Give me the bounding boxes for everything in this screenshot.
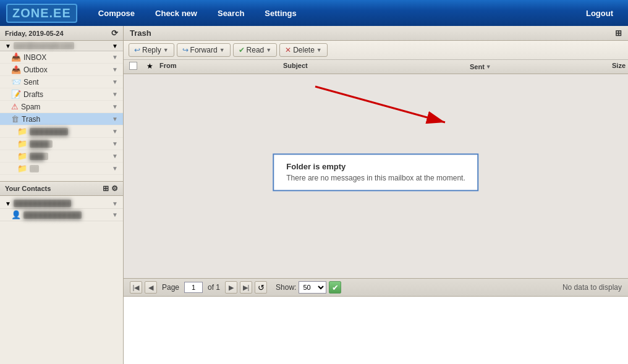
main-layout: Friday, 2019-05-24 ⟳ ▼ user@example.com … <box>0 26 628 364</box>
read-button[interactable]: ✔ Read ▼ <box>233 43 278 57</box>
of-label: of 1 <box>208 283 220 292</box>
delete-button[interactable]: ✕ Delete ▼ <box>279 43 328 57</box>
forward-icon: ↪ <box>182 46 189 54</box>
first-page-button[interactable]: |◀ <box>130 281 142 294</box>
th-from[interactable]: From <box>157 62 281 72</box>
subfolder2-icon: 📁 <box>17 139 27 148</box>
subfolder4-icon: 📁 <box>17 164 27 173</box>
group1-arrow: ▼ <box>112 200 118 207</box>
account-row[interactable]: ▼ user@example.com ▼ <box>0 41 123 51</box>
read-label: Read <box>247 46 265 54</box>
subfolder1-icon: 📁 <box>17 127 27 136</box>
forward-button[interactable]: ↪ Forward ▼ <box>177 43 231 57</box>
folder-drafts[interactable]: 📝 Drafts ▼ <box>0 88 123 101</box>
page-number-input[interactable] <box>184 282 203 293</box>
reply-dropdown-arrow[interactable]: ▼ <box>163 47 169 53</box>
next-page-button[interactable]: ▶ <box>225 281 237 294</box>
folder-inbox[interactable]: 📥 INBOX ▼ <box>0 51 123 64</box>
refresh-button[interactable]: ↺ <box>255 281 267 294</box>
th-sent[interactable]: Sent ▼ <box>467 62 579 72</box>
folder-trash[interactable]: 🗑 Trash ▼ <box>0 113 123 125</box>
folder-sent[interactable]: 📨 Sent ▼ <box>0 76 123 88</box>
folder-drafts-label: Drafts <box>23 90 43 99</box>
select-all-checkbox[interactable] <box>129 62 137 70</box>
sidebar-subfolder-1[interactable]: 📁 ████████ ▼ <box>0 125 123 138</box>
delete-dropdown-arrow[interactable]: ▼ <box>316 47 322 53</box>
no-data-text: No data to display <box>562 283 622 292</box>
folder-inbox-label: INBOX <box>23 53 46 62</box>
folder-trash-label: Trash <box>22 115 40 124</box>
show-label: Show: <box>276 283 296 292</box>
nav-check-new[interactable]: Check new <box>146 5 206 22</box>
preview-pane <box>124 296 628 364</box>
read-icon: ✔ <box>239 46 245 54</box>
folder-title: Trash <box>130 28 151 38</box>
reply-button[interactable]: ↩ Reply ▼ <box>129 43 174 57</box>
contact-item-1[interactable]: 👤 ████████████ ▼ <box>0 209 123 221</box>
folder-outbox[interactable]: 📤 Outbox ▼ <box>0 64 123 76</box>
nav-settings[interactable]: Settings <box>256 5 305 22</box>
sent-arrow: ▼ <box>112 78 118 85</box>
contacts-label: Your Contacts <box>5 185 51 192</box>
folder-outbox-label: Outbox <box>23 66 48 74</box>
spam-icon: ⚠ <box>11 102 19 111</box>
refresh-icon[interactable]: ⟳ <box>111 28 118 38</box>
sidebar-date: Friday, 2019-05-24 ⟳ <box>0 26 123 41</box>
outbox-icon: 📤 <box>11 65 21 74</box>
drafts-icon: 📝 <box>11 90 21 99</box>
sidebar-subfolder-2[interactable]: 📁 ████ · ▼ <box>0 138 123 150</box>
toolbar: ↩ Reply ▼ ↪ Forward ▼ ✔ Read ▼ ✕ Delete … <box>124 41 628 60</box>
top-navigation: ZONE.EE Compose Check new Search Setting… <box>0 0 628 26</box>
trash-arrow: ▼ <box>112 116 118 122</box>
contacts-grid-icon[interactable]: ⊞ <box>103 184 109 193</box>
th-sent-label: Sent <box>470 63 485 70</box>
inbox-icon: 📥 <box>11 53 21 62</box>
logo-text: ZONE <box>12 6 49 20</box>
contact-group-1[interactable]: ▼ ████████████ ▼ <box>0 198 123 209</box>
nav-items: Compose Check new Search Settings <box>90 5 577 22</box>
account-arrow: ▼ <box>112 43 118 49</box>
contact-icon: 👤 <box>11 210 21 219</box>
show-count-select[interactable]: 50 25 100 <box>299 281 326 294</box>
spam-arrow: ▼ <box>112 103 118 110</box>
logo-suffix: .EE <box>49 6 71 20</box>
content-header-icon[interactable]: ⊞ <box>615 28 622 38</box>
mail-list-area: Folder is empty There are no messages in… <box>124 74 628 278</box>
content-area: Trash ⊞ ↩ Reply ▼ ↪ Forward ▼ ✔ Read ▼ ✕ <box>124 26 628 364</box>
sort-icon: ▼ <box>486 64 491 70</box>
expand-icon: ▼ <box>5 43 11 49</box>
apply-button[interactable]: ✔ <box>329 281 341 294</box>
empty-notice: Folder is empty There are no messages in… <box>273 153 478 191</box>
empty-notice-text: There are no messages in this mailbox at… <box>286 174 465 182</box>
table-header: ★ From Subject Sent ▼ Size <box>124 60 628 74</box>
th-subject: Subject <box>281 62 467 72</box>
contacts-list: ▼ ████████████ ▼ 👤 ████████████ ▼ <box>0 196 123 224</box>
logout-button[interactable]: Logout <box>577 5 622 22</box>
contact-group-1-label: ████████████ <box>14 200 72 207</box>
svg-line-1 <box>315 87 445 122</box>
subfolder1-arrow: ▼ <box>112 128 118 135</box>
pagination: |◀ ◀ Page of 1 ▶ ▶| ↺ Show: 50 25 100 ✔ … <box>124 278 628 296</box>
reply-icon: ↩ <box>134 46 140 54</box>
subfolder4-label: ····· <box>30 165 39 172</box>
date-text: Friday, 2019-05-24 <box>5 30 64 37</box>
drafts-arrow: ▼ <box>112 91 118 98</box>
trash-icon: 🗑 <box>11 114 19 124</box>
forward-dropdown-arrow[interactable]: ▼ <box>219 47 225 53</box>
annotation-arrow <box>303 80 476 132</box>
inbox-arrow: ▼ <box>112 54 118 61</box>
prev-page-button[interactable]: ◀ <box>145 281 157 294</box>
th-checkbox[interactable] <box>124 62 142 72</box>
contacts-settings-icon[interactable]: ⚙ <box>111 184 118 193</box>
subfolder2-label: ████ · <box>30 140 53 148</box>
nav-compose[interactable]: Compose <box>90 5 143 22</box>
read-dropdown-arrow[interactable]: ▼ <box>266 47 271 53</box>
nav-search[interactable]: Search <box>209 5 253 22</box>
page-label: Page <box>162 283 179 292</box>
last-page-button[interactable]: ▶| <box>240 281 252 294</box>
folder-spam[interactable]: ⚠ Spam ▼ <box>0 101 123 113</box>
sidebar-subfolder-3[interactable]: 📁 ███ · ▼ <box>0 150 123 163</box>
sidebar-subfolder-4[interactable]: 📁 ····· ▼ <box>0 163 123 175</box>
sent-icon: 📨 <box>11 77 21 87</box>
delete-icon: ✕ <box>285 46 291 54</box>
